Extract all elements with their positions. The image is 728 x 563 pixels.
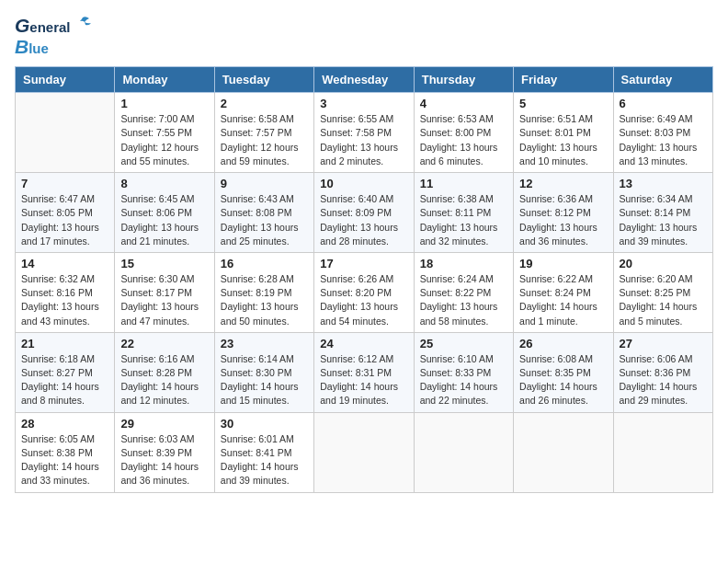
calendar-week-row: 1Sunrise: 7:00 AM Sunset: 7:55 PM Daylig…	[16, 93, 713, 173]
day-number: 5	[519, 97, 607, 110]
calendar-cell: 5Sunrise: 6:51 AM Sunset: 8:01 PM Daylig…	[514, 93, 613, 173]
day-info: Sunrise: 6:38 AM Sunset: 8:11 PM Dayligh…	[420, 192, 507, 248]
calendar-cell: 22Sunrise: 6:16 AM Sunset: 8:28 PM Dayli…	[115, 332, 214, 412]
day-info: Sunrise: 6:43 AM Sunset: 8:08 PM Dayligh…	[221, 192, 308, 248]
calendar-cell: 3Sunrise: 6:55 AM Sunset: 7:58 PM Daylig…	[314, 93, 414, 173]
calendar-cell: 8Sunrise: 6:45 AM Sunset: 8:06 PM Daylig…	[115, 173, 214, 253]
day-number: 2	[221, 97, 308, 110]
calendar-cell: 7Sunrise: 6:47 AM Sunset: 8:05 PM Daylig…	[16, 173, 115, 253]
calendar-cell: 26Sunrise: 6:08 AM Sunset: 8:35 PM Dayli…	[514, 332, 613, 412]
day-number: 3	[320, 97, 407, 110]
calendar-cell: 10Sunrise: 6:40 AM Sunset: 8:09 PM Dayli…	[314, 173, 414, 253]
day-number: 19	[519, 257, 607, 270]
day-info: Sunrise: 6:14 AM Sunset: 8:30 PM Dayligh…	[221, 352, 308, 408]
weekday-header-monday: Monday	[115, 67, 214, 93]
day-info: Sunrise: 6:20 AM Sunset: 8:25 PM Dayligh…	[620, 272, 707, 328]
logo-eneral: eneral	[29, 20, 70, 36]
weekday-header-friday: Friday	[514, 67, 613, 93]
day-info: Sunrise: 6:45 AM Sunset: 8:06 PM Dayligh…	[120, 192, 208, 248]
day-number: 4	[420, 97, 507, 110]
calendar-cell: 17Sunrise: 6:26 AM Sunset: 8:20 PM Dayli…	[314, 252, 414, 332]
calendar-cell: 18Sunrise: 6:24 AM Sunset: 8:22 PM Dayli…	[414, 252, 513, 332]
calendar-cell: 9Sunrise: 6:43 AM Sunset: 8:08 PM Daylig…	[214, 173, 313, 253]
calendar-cell	[514, 412, 613, 492]
logo-lue: lue	[28, 41, 49, 57]
weekday-header-saturday: Saturday	[613, 67, 712, 93]
day-number: 7	[21, 177, 108, 190]
day-info: Sunrise: 7:00 AM Sunset: 7:55 PM Dayligh…	[120, 112, 208, 168]
day-number: 6	[620, 97, 707, 110]
calendar-cell: 29Sunrise: 6:03 AM Sunset: 8:39 PM Dayli…	[115, 412, 214, 492]
calendar-cell: 1Sunrise: 7:00 AM Sunset: 7:55 PM Daylig…	[115, 93, 214, 173]
day-info: Sunrise: 6:01 AM Sunset: 8:41 PM Dayligh…	[221, 432, 308, 488]
day-info: Sunrise: 6:55 AM Sunset: 7:58 PM Dayligh…	[320, 112, 407, 168]
weekday-header-sunday: Sunday	[16, 67, 115, 93]
calendar-cell: 12Sunrise: 6:36 AM Sunset: 8:12 PM Dayli…	[514, 173, 613, 253]
day-info: Sunrise: 6:30 AM Sunset: 8:17 PM Dayligh…	[120, 272, 208, 328]
day-number: 20	[620, 257, 707, 270]
logo-g: G	[15, 15, 29, 36]
calendar-cell: 25Sunrise: 6:10 AM Sunset: 8:33 PM Dayli…	[414, 332, 513, 412]
day-number: 8	[120, 177, 208, 190]
day-info: Sunrise: 6:12 AM Sunset: 8:31 PM Dayligh…	[320, 352, 407, 408]
calendar-cell: 28Sunrise: 6:05 AM Sunset: 8:38 PM Dayli…	[16, 412, 115, 492]
calendar-cell: 6Sunrise: 6:49 AM Sunset: 8:03 PM Daylig…	[613, 93, 712, 173]
page-header: G eneral B lue	[15, 15, 713, 57]
day-info: Sunrise: 6:24 AM Sunset: 8:22 PM Dayligh…	[420, 272, 507, 328]
day-number: 18	[420, 257, 507, 270]
calendar-cell: 21Sunrise: 6:18 AM Sunset: 8:27 PM Dayli…	[16, 332, 115, 412]
calendar-week-row: 28Sunrise: 6:05 AM Sunset: 8:38 PM Dayli…	[16, 412, 713, 492]
day-number: 24	[320, 337, 407, 350]
calendar-cell: 30Sunrise: 6:01 AM Sunset: 8:41 PM Dayli…	[214, 412, 313, 492]
day-number: 1	[120, 97, 208, 110]
day-info: Sunrise: 6:26 AM Sunset: 8:20 PM Dayligh…	[320, 272, 407, 328]
calendar-week-row: 21Sunrise: 6:18 AM Sunset: 8:27 PM Dayli…	[16, 332, 713, 412]
day-number: 15	[120, 257, 208, 270]
logo-bird-icon	[73, 16, 93, 32]
calendar-cell: 27Sunrise: 6:06 AM Sunset: 8:36 PM Dayli…	[613, 332, 712, 412]
calendar-cell: 15Sunrise: 6:30 AM Sunset: 8:17 PM Dayli…	[115, 252, 214, 332]
day-number: 25	[420, 337, 507, 350]
day-info: Sunrise: 6:28 AM Sunset: 8:19 PM Dayligh…	[221, 272, 308, 328]
calendar-cell: 19Sunrise: 6:22 AM Sunset: 8:24 PM Dayli…	[514, 252, 613, 332]
day-info: Sunrise: 6:49 AM Sunset: 8:03 PM Dayligh…	[620, 112, 707, 168]
day-info: Sunrise: 6:53 AM Sunset: 8:00 PM Dayligh…	[420, 112, 507, 168]
calendar-week-row: 7Sunrise: 6:47 AM Sunset: 8:05 PM Daylig…	[16, 173, 713, 253]
day-number: 14	[21, 257, 108, 270]
day-info: Sunrise: 6:03 AM Sunset: 8:39 PM Dayligh…	[120, 432, 208, 488]
day-number: 29	[120, 417, 208, 431]
day-info: Sunrise: 6:36 AM Sunset: 8:12 PM Dayligh…	[519, 192, 607, 248]
day-info: Sunrise: 6:51 AM Sunset: 8:01 PM Dayligh…	[519, 112, 607, 168]
calendar-cell: 24Sunrise: 6:12 AM Sunset: 8:31 PM Dayli…	[314, 332, 414, 412]
day-number: 30	[221, 417, 308, 431]
calendar-cell	[414, 412, 513, 492]
logo: G eneral B lue	[15, 15, 93, 57]
day-number: 12	[519, 177, 607, 190]
day-number: 21	[21, 337, 108, 350]
day-info: Sunrise: 6:18 AM Sunset: 8:27 PM Dayligh…	[21, 352, 108, 408]
calendar-cell: 11Sunrise: 6:38 AM Sunset: 8:11 PM Dayli…	[414, 173, 513, 253]
day-info: Sunrise: 6:08 AM Sunset: 8:35 PM Dayligh…	[519, 352, 607, 408]
day-number: 9	[221, 177, 308, 190]
day-number: 27	[620, 337, 707, 350]
day-info: Sunrise: 6:34 AM Sunset: 8:14 PM Dayligh…	[620, 192, 707, 248]
calendar-cell: 23Sunrise: 6:14 AM Sunset: 8:30 PM Dayli…	[214, 332, 313, 412]
day-info: Sunrise: 6:22 AM Sunset: 8:24 PM Dayligh…	[519, 272, 607, 328]
day-info: Sunrise: 6:16 AM Sunset: 8:28 PM Dayligh…	[120, 352, 208, 408]
calendar-cell	[16, 93, 115, 173]
calendar-cell: 16Sunrise: 6:28 AM Sunset: 8:19 PM Dayli…	[214, 252, 313, 332]
calendar-cell: 2Sunrise: 6:58 AM Sunset: 7:57 PM Daylig…	[214, 93, 313, 173]
day-info: Sunrise: 6:32 AM Sunset: 8:16 PM Dayligh…	[21, 272, 108, 328]
day-number: 23	[221, 337, 308, 350]
day-info: Sunrise: 6:58 AM Sunset: 7:57 PM Dayligh…	[221, 112, 308, 168]
day-number: 10	[320, 177, 407, 190]
calendar-cell: 14Sunrise: 6:32 AM Sunset: 8:16 PM Dayli…	[16, 252, 115, 332]
day-number: 17	[320, 257, 407, 270]
weekday-header-wednesday: Wednesday	[314, 67, 414, 93]
calendar-cell: 13Sunrise: 6:34 AM Sunset: 8:14 PM Dayli…	[613, 173, 712, 253]
day-info: Sunrise: 6:05 AM Sunset: 8:38 PM Dayligh…	[21, 432, 108, 488]
calendar-table: SundayMondayTuesdayWednesdayThursdayFrid…	[15, 66, 713, 492]
calendar-cell	[613, 412, 712, 492]
weekday-header-row: SundayMondayTuesdayWednesdayThursdayFrid…	[16, 67, 713, 93]
calendar-cell	[314, 412, 414, 492]
